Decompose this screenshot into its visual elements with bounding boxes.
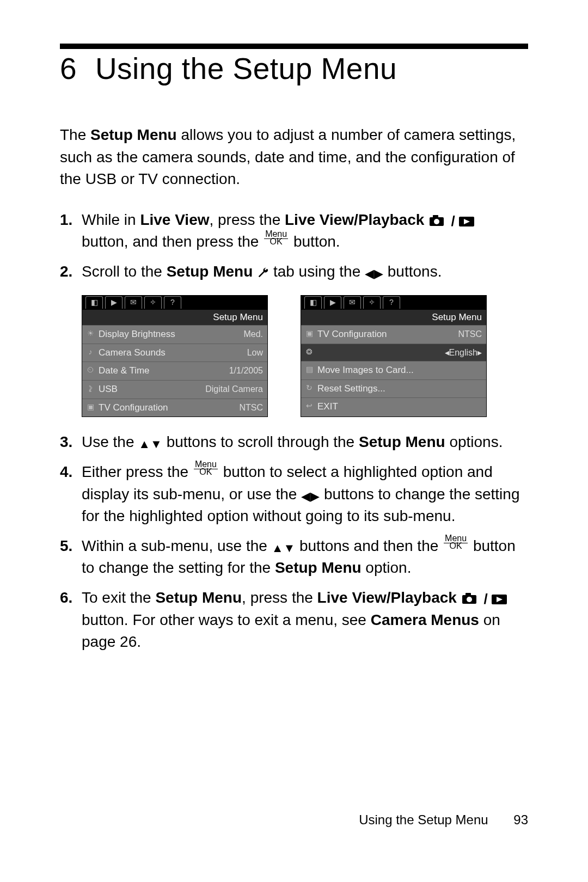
step6-e: button. For other ways to exit a menu, s… [82,611,371,628]
tab-bar: ◧ ▶ ✉ ✧ ? [301,296,486,310]
tab-bar: ◧ ▶ ✉ ✧ ? [82,296,267,310]
step6-cameramenus: Camera Menus [371,611,479,628]
step6-lvpb: Live View/Playback [317,589,457,606]
step1-liveview: Live View [140,211,209,228]
usb-icon: ⯝ [85,383,95,394]
step1-c: , press the [209,211,285,228]
menu-row: ▣TV ConfigurationNTSC [301,325,486,344]
chapter-heading: 6 Using the Setup Menu [60,51,528,86]
page-number: 93 [513,812,528,827]
tv-icon: ▣ [85,401,95,412]
svg-text:/: / [483,592,487,606]
left-right-arrows-icon: ◀▶ [365,268,383,280]
step-6: To exit the Setup Menu, press the Live V… [60,587,528,653]
row-label: Date & Time [99,364,150,378]
tab-play-icon: ▶ [105,296,122,309]
row-value: 1/1/2005 [229,364,263,378]
step5-a: Within a sub-menu, use the [82,537,272,554]
reset-icon: ↻ [304,382,314,393]
up-down-arrows-icon: ▲▼ [272,542,296,554]
step-5: Within a sub-menu, use the ▲▼ buttons an… [60,535,528,579]
menu-ok-bottom: OK [444,542,468,550]
intro-pre: The [60,126,90,143]
menu-row: ♪Camera SoundsLow [82,344,267,362]
step3-d: options. [445,433,503,450]
top-rule [60,44,528,49]
tab-help-icon: ? [383,296,400,309]
menu-row-selected: ❂◂English▸ [301,344,486,361]
footer-text: Using the Setup Menu [359,812,488,827]
row-value: ◂English▸ [445,346,482,359]
svg-point-2 [434,219,439,224]
step6-c: , press the [242,589,317,606]
row-value: Low [247,346,263,360]
menu-row: ☀Display BrightnessMed. [82,325,267,344]
clock-icon: ⏲ [85,364,95,375]
menu-ok-icon: MenuOK [194,461,218,476]
up-down-arrows-icon: ▲▼ [138,438,162,450]
step1-e: button, and then press the [82,233,263,250]
steps-list: While in Live View, press the Live View/… [60,209,528,653]
chapter-number: 6 [60,51,77,86]
svg-rect-1 [433,215,438,218]
menu-row: ⯝USBDigital Camera [82,380,267,399]
menu-ok-bottom: OK [194,468,218,476]
tab-camera-icon: ◧ [85,296,103,309]
svg-text:/: / [451,214,455,228]
exit-icon: ↩ [304,400,314,411]
screenshot-title: Setup Menu [301,310,486,326]
row-value: Med. [243,328,263,341]
row-value: NTSC [239,401,263,415]
svg-rect-7 [465,593,471,596]
step6-setupmenu: Setup Menu [155,589,242,606]
step3-a: Use the [82,433,138,450]
screenshot-right: ◧ ▶ ✉ ✧ ? Setup Menu ▣TV ConfigurationNT… [301,295,487,418]
step1-f: button. [293,233,340,250]
chapter-title: Using the Setup Menu [95,52,397,85]
step2-c: tab using the [273,263,365,280]
intro-paragraph: The Setup Menu allows you to adjust a nu… [60,124,528,191]
wrench-icon [257,263,269,285]
row-label: Reset Settings... [317,382,385,396]
step-2: Scroll to the Setup Menu tab using the ◀… [60,261,528,417]
camera-play-icon: / [461,592,510,606]
tab-wrench-icon: ✧ [363,296,381,309]
intro-bold: Setup Menu [90,126,177,143]
sound-icon: ♪ [85,346,95,357]
tab-camera-icon: ◧ [304,296,322,309]
row-value: NTSC [458,328,482,341]
row-label: Display Brightness [99,328,175,341]
step2-a: Scroll to the [82,263,167,280]
row-label: TV Configuration [317,328,387,341]
step-4: Either press the MenuOK button to select… [60,461,528,528]
step2-d: buttons. [388,263,442,280]
step3-b: buttons to scroll through the [167,433,359,450]
step1-lvpb: Live View/Playback [285,211,424,228]
menu-ok-bottom: OK [264,238,288,246]
menu-ok-icon: MenuOK [444,535,468,550]
page-footer: Using the Setup Menu 93 [359,812,528,828]
menu-row: ↩EXIT [301,397,486,416]
card-icon: ▤ [304,364,314,375]
tab-mail-icon: ✉ [125,296,142,309]
row-label: USB [99,383,118,396]
step6-a: To exit the [82,589,155,606]
step1-a: While in [82,211,140,228]
left-right-arrows-icon: ◀▶ [301,491,320,503]
tab-help-icon: ? [164,296,181,309]
row-label: Move Images to Card... [317,364,414,377]
menu-ok-icon: MenuOK [264,230,288,246]
row-label: EXIT [317,400,338,414]
step-1: While in Live View, press the Live View/… [60,209,528,253]
tab-mail-icon: ✉ [344,296,361,309]
row-value: Digital Camera [205,383,263,396]
svg-point-8 [467,597,472,602]
menu-row: ⏲Date & Time1/1/2005 [82,362,267,380]
camera-play-icon: / [428,214,477,228]
brightness-icon: ☀ [85,328,95,339]
globe-icon: ❂ [304,346,314,357]
row-label: TV Configuration [99,401,168,415]
step-3: Use the ▲▼ buttons to scroll through the… [60,431,528,454]
tab-wrench-icon: ✧ [144,296,162,309]
screenshot-title: Setup Menu [82,310,267,326]
